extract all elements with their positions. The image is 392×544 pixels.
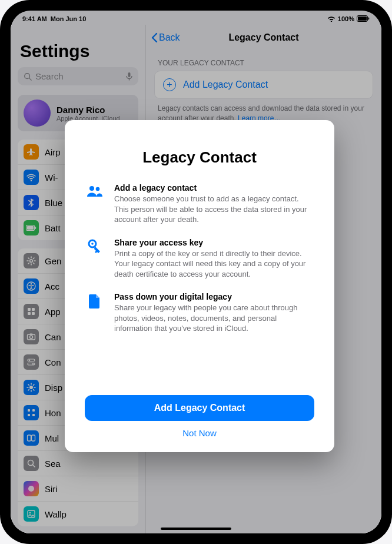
feature-desc: Share your legacy with people you care a… — [114, 303, 314, 334]
svg-point-46 — [89, 186, 94, 191]
not-now-button[interactable]: Not Now — [85, 421, 314, 440]
key-icon — [85, 238, 105, 280]
document-icon — [85, 292, 105, 334]
feature-title: Add a legacy contact — [114, 183, 314, 193]
screen: 9:41 AM Mon Jun 10 100% Settings — [11, 11, 381, 533]
modal-feature-2: Pass down your digital legacyShare your … — [85, 292, 314, 334]
modal-feature-0: Add a legacy contactChoose someone you t… — [85, 183, 314, 225]
home-indicator[interactable] — [161, 528, 231, 530]
feature-title: Pass down your digital legacy — [114, 292, 314, 301]
legacy-contact-modal: Legacy Contact Add a legacy contactChoos… — [65, 120, 334, 452]
feature-title: Share your access key — [114, 238, 314, 247]
svg-point-47 — [96, 187, 100, 191]
add-legacy-contact-button[interactable]: Add Legacy Contact — [85, 395, 314, 421]
people-icon — [85, 183, 105, 225]
modal-feature-1: Share your access keyPrint a copy of the… — [85, 238, 314, 280]
feature-desc: Print a copy of the key or send it direc… — [114, 248, 314, 280]
device-frame: 9:41 AM Mon Jun 10 100% Settings — [0, 0, 392, 544]
svg-point-49 — [91, 243, 94, 245]
modal-title: Legacy Contact — [85, 148, 314, 167]
feature-desc: Choose someone you trust to add as a leg… — [114, 194, 314, 225]
